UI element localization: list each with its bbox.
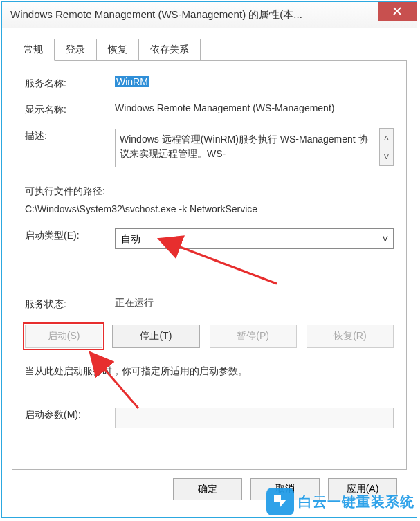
- display-name-label: 显示名称:: [25, 102, 115, 116]
- chevron-up-icon: ᐱ: [384, 134, 389, 142]
- start-params-label: 启动参数(M):: [25, 408, 115, 421]
- start-params-input: [115, 408, 394, 428]
- description-scroll-up[interactable]: ᐱ: [379, 128, 394, 147]
- tabs-row: 常规 登录 恢复 依存关系: [12, 38, 407, 60]
- titlebar[interactable]: Windows Remote Management (WS-Management…: [2, 2, 417, 28]
- startup-type-select[interactable]: 自动: [115, 228, 394, 249]
- tab-dependencies[interactable]: 依存关系: [138, 39, 201, 60]
- watermark-text: 白云一键重装系统: [298, 493, 414, 511]
- description-label: 描述:: [25, 129, 115, 143]
- tab-panel-general: 服务名称: WinRM 显示名称: Windows Remote Managem…: [12, 60, 407, 470]
- watermark-icon: [266, 488, 294, 515]
- service-name-label: 服务名称:: [25, 76, 115, 90]
- stop-button[interactable]: 停止(T): [112, 325, 199, 348]
- window-title: Windows Remote Management (WS-Management…: [10, 8, 302, 21]
- chevron-down-icon: ᐯ: [384, 153, 389, 161]
- pause-button: 暂停(P): [210, 325, 297, 348]
- hint-text: 当从此处启动服务时，你可指定所适用的启动参数。: [25, 363, 394, 378]
- exec-path-value: C:\Windows\System32\svchost.exe -k Netwo…: [25, 203, 394, 214]
- watermark: 白云一键重装系统: [266, 488, 414, 515]
- close-icon: [392, 6, 402, 18]
- properties-dialog: Windows Remote Management (WS-Management…: [1, 1, 417, 518]
- service-name-value: WinRM: [115, 76, 394, 87]
- display-name-value: Windows Remote Management (WS-Management…: [115, 102, 394, 113]
- startup-type-label: 启动类型(E):: [25, 228, 115, 242]
- tab-general[interactable]: 常规: [12, 39, 55, 61]
- exec-path-label: 可执行文件的路径:: [25, 185, 394, 198]
- start-button: 启动(S): [25, 325, 102, 348]
- description-box: Windows 远程管理(WinRM)服务执行 WS-Management 协议…: [115, 129, 378, 167]
- service-name-text: WinRM: [115, 76, 149, 87]
- service-status-value: 正在运行: [115, 297, 394, 309]
- ok-button[interactable]: 确定: [173, 478, 242, 500]
- service-status-label: 服务状态:: [25, 297, 115, 311]
- description-scroll-down[interactable]: ᐯ: [379, 147, 394, 166]
- tab-recovery[interactable]: 恢复: [96, 39, 139, 60]
- close-button[interactable]: [378, 2, 417, 21]
- content-area: 常规 登录 恢复 依存关系 服务名称: WinRM 显示名称: Windows …: [2, 28, 417, 517]
- resume-button: 恢复(R): [307, 325, 394, 348]
- tab-logon[interactable]: 登录: [54, 39, 97, 60]
